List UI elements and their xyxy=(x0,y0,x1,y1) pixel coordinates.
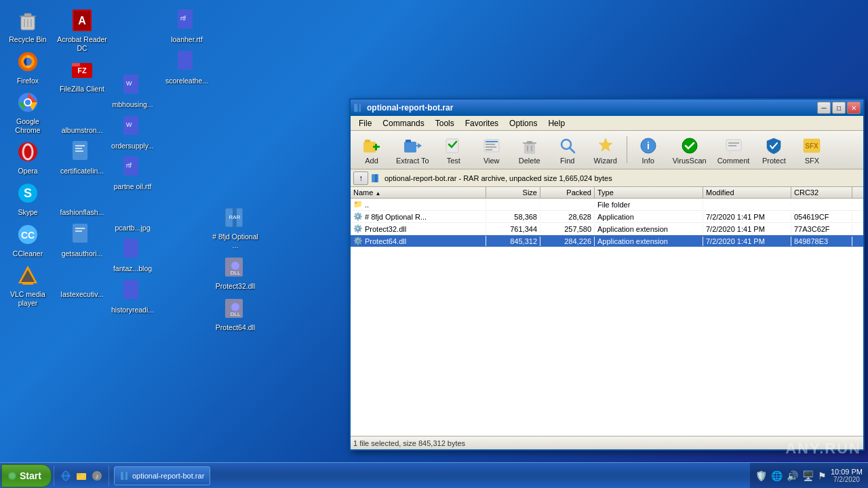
opera-label: Opera xyxy=(18,167,37,176)
toolbar-find[interactable]: Find xyxy=(549,133,586,167)
desktop-icon-pcartb[interactable]: pcartb...jpg xyxy=(111,191,154,232)
toolbar-view[interactable]: View xyxy=(473,133,510,167)
desktop-icon-lastexecutiv[interactable]: lastexecutiv... xyxy=(57,258,107,299)
quick-ie[interactable] xyxy=(59,469,73,483)
desktop-icon-acrobat[interactable]: A Acrobat Reader DC xyxy=(57,3,107,52)
desktop-icon-albumstron[interactable]: albumstron... xyxy=(57,94,107,135)
fashionflash-icon xyxy=(68,180,96,207)
toolbar-add[interactable]: Add xyxy=(353,133,390,167)
fashionflash-label: fashionflash... xyxy=(60,208,104,217)
desktop-icon-optional-rar[interactable]: RAR # 8fjd Optional ... xyxy=(210,200,260,249)
desktop-icon-vlc[interactable]: VLC media player xyxy=(3,258,53,307)
skype-label: Skype xyxy=(18,208,37,217)
file-row-2[interactable]: ⚙️ Protect64.dll 845,312 284,226 Applica… xyxy=(351,235,863,247)
desktop-icon-filezilla[interactable]: FZ FileZilla Client xyxy=(57,52,107,94)
path-up-button[interactable]: ↑ xyxy=(353,171,368,185)
col-header-type[interactable]: Type xyxy=(595,187,703,198)
desktop-icon-historyreadi[interactable]: historyreadi... xyxy=(111,273,154,314)
desktop-icon-protect64[interactable]: DLL Protect64.dll xyxy=(210,291,260,332)
toolbar-sfx[interactable]: SFX SFX xyxy=(793,133,830,167)
title-bar[interactable]: optional-report-bot.rar ─ □ ✕ xyxy=(351,100,863,116)
desktop-icon-fantaz-blog[interactable]: fantaz...blog xyxy=(111,232,154,273)
desktop-icons-col4b: RAR # 8fjd Optional ... DLL Protect32.dl… xyxy=(210,200,260,331)
acrobat-label: Acrobat Reader DC xyxy=(57,35,107,52)
historyreadi-label: historyreadi... xyxy=(111,306,154,314)
quick-winamp[interactable]: ♪ xyxy=(90,469,104,483)
desktop-icon-loanher[interactable]: rtf loanher.rtf xyxy=(165,3,208,44)
desktop-icon-certificatelin[interactable]: certificatelin... xyxy=(57,134,107,176)
menu-favorites[interactable]: Favorites xyxy=(460,117,504,129)
taskbar-winrar-icon xyxy=(120,471,130,481)
file-row-0[interactable]: ⚙️ # 8fjd Optional R... 58,368 28,628 Ap… xyxy=(351,211,863,223)
taskbar-app-winrar[interactable]: optional-report-bot.rar xyxy=(114,466,210,485)
toolbar-test[interactable]: Test xyxy=(435,133,472,167)
col-header-name[interactable]: Name ▲ xyxy=(351,187,486,198)
loanher-icon: rtf xyxy=(174,7,201,34)
desktop-icon-getsauthori[interactable]: getsauthori... xyxy=(57,217,107,258)
wizard-icon xyxy=(595,135,616,157)
tray-clock: 10:09 PM 7/2/2020 xyxy=(831,468,863,483)
protect-icon xyxy=(763,135,785,157)
menu-tools[interactable]: Tools xyxy=(430,117,460,129)
menu-file[interactable]: File xyxy=(353,117,377,129)
fantaz-blog-label: fantaz...blog xyxy=(113,264,152,273)
menu-options[interactable]: Options xyxy=(504,117,542,129)
desktop: Recycle Bin Firefox xyxy=(0,0,868,488)
desktop-icon-mbhousing[interactable]: W mbhousing... xyxy=(111,68,154,109)
toolbar-extract-to[interactable]: Extract To xyxy=(391,133,434,167)
test-label: Test xyxy=(447,157,460,165)
wizard-label: Wizard xyxy=(594,157,617,165)
protect32-label: Protect32.dll xyxy=(216,282,255,291)
desktop-icon-partne-oil[interactable]: rtf partne oil.rtf xyxy=(111,150,154,191)
col-header-crc[interactable]: CRC32 xyxy=(791,187,852,198)
desktop-icon-recycle-bin[interactable]: Recycle Bin xyxy=(3,3,53,44)
tray-time-text: 10:09 PM xyxy=(831,468,863,476)
toolbar: Add Extract To xyxy=(351,131,863,169)
col-header-packed[interactable]: Packed xyxy=(540,187,595,198)
file-row-parent[interactable]: 📁 .. File folder xyxy=(351,199,863,211)
optional-rar-icon: RAR xyxy=(222,204,249,231)
col-header-modified[interactable]: Modified xyxy=(703,187,791,198)
desktop-icon-skype[interactable]: S Skype xyxy=(3,176,53,217)
toolbar-wizard[interactable]: Wizard xyxy=(587,133,624,167)
desktop-icon-protect32[interactable]: DLL Protect32.dll xyxy=(210,249,260,291)
desktop-icon-firefox[interactable]: Firefox xyxy=(3,44,53,85)
desktop-icon-ordersupply[interactable]: W ordersupply... xyxy=(111,109,154,150)
tray-display-icon[interactable]: 🖥️ xyxy=(802,470,814,481)
file-size-1: 761,344 xyxy=(486,224,540,234)
minimize-button[interactable]: ─ xyxy=(817,102,831,114)
tray-network-icon[interactable]: 🌐 xyxy=(771,470,783,481)
sfx-label: SFX xyxy=(805,157,819,165)
quick-explorer[interactable] xyxy=(75,469,88,483)
desktop-icon-ccleaner[interactable]: CC CCleaner xyxy=(3,217,53,258)
toolbar-protect[interactable]: Protect xyxy=(755,133,792,167)
toolbar-comment[interactable]: Comment xyxy=(713,133,755,167)
svg-point-11 xyxy=(25,100,31,105)
toolbar-virusscan[interactable]: VirusScan xyxy=(668,133,711,167)
file-row-1[interactable]: ⚙️ Protect32.dll 761,344 257,580 Applica… xyxy=(351,223,863,235)
svg-rect-63 xyxy=(414,145,418,146)
svg-rect-88 xyxy=(375,174,377,182)
desktop-icon-chrome[interactable]: Google Chrome xyxy=(3,85,53,134)
toolbar-info[interactable]: i Info xyxy=(630,133,667,167)
partne-oil-label: partne oil.rtf xyxy=(114,182,151,191)
desktop-icon-scoreleathe[interactable]: scoreleathe... xyxy=(165,44,208,85)
col-header-size[interactable]: Size xyxy=(486,187,540,198)
desktop-icon-fashionflash[interactable]: fashionflash... xyxy=(57,176,107,217)
ordersupply-icon: W xyxy=(119,113,146,140)
maximize-button[interactable]: □ xyxy=(832,102,846,114)
toolbar-delete[interactable]: Delete xyxy=(511,133,548,167)
tray-flag-icon[interactable]: ⚑ xyxy=(818,470,827,481)
svg-text:FZ: FZ xyxy=(77,66,87,75)
menu-commands[interactable]: Commands xyxy=(377,117,429,129)
file-list[interactable]: Name ▲ Size Packed Type Modified CRC32 xyxy=(351,187,863,436)
desktop-icon-opera[interactable]: Opera xyxy=(3,134,53,176)
tray-volume-icon[interactable]: 🔊 xyxy=(787,470,798,481)
menu-help[interactable]: Help xyxy=(542,117,570,129)
optional-rar-label: # 8fjd Optional ... xyxy=(210,232,260,249)
start-button[interactable]: Start xyxy=(1,464,52,487)
tray-antivirus-icon[interactable]: 🛡️ xyxy=(755,470,767,481)
tray-date-text: 7/2/2020 xyxy=(831,476,863,483)
close-button[interactable]: ✕ xyxy=(847,102,861,114)
svg-rect-95 xyxy=(77,473,81,475)
